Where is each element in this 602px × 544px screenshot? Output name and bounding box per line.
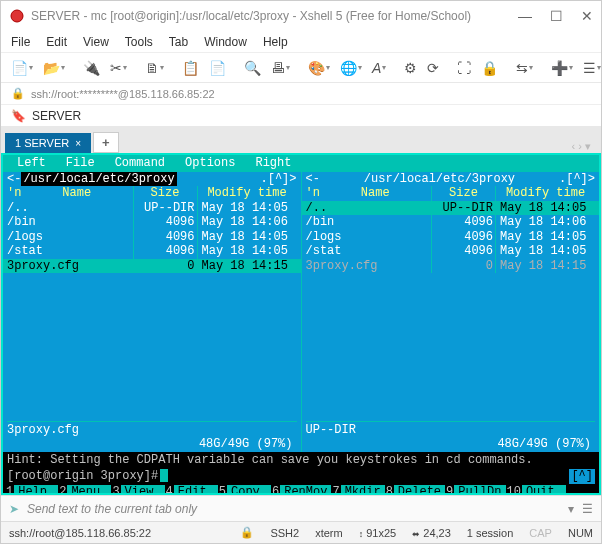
fkey-edit[interactable]: 4Edit: [165, 485, 218, 496]
terminal[interactable]: Left File Command Options Right <- /usr/…: [1, 153, 601, 495]
fkey-pulldn[interactable]: 9PullDn: [445, 485, 505, 496]
fkey-menu[interactable]: 2Menu: [58, 485, 111, 496]
close-button[interactable]: ✕: [581, 8, 593, 24]
mc-menu-file[interactable]: File: [66, 156, 95, 171]
fkey-mkdir[interactable]: 7Mkdir: [331, 485, 384, 496]
compose-input[interactable]: Send text to the current tab only: [27, 502, 568, 516]
status-connection: ssh://root@185.118.66.85:22: [9, 527, 151, 539]
search-icon[interactable]: 🔍: [240, 58, 265, 78]
session-name[interactable]: SERVER: [32, 109, 81, 123]
session-tab-label: 1 SERVER: [15, 137, 69, 149]
lock-icon[interactable]: 🔒: [477, 58, 502, 78]
minimize-button[interactable]: —: [518, 8, 532, 24]
menu-file[interactable]: File: [11, 35, 30, 49]
print-icon[interactable]: 🖶▾: [267, 58, 294, 78]
panel-right-back[interactable]: <-: [306, 172, 320, 187]
compose-dropdown-icon[interactable]: ▾: [568, 502, 574, 516]
menu-edit[interactable]: Edit: [46, 35, 67, 49]
session-tab-close[interactable]: ×: [75, 138, 81, 149]
address-text[interactable]: ssh://root:*********@185.118.66.85:22: [31, 88, 215, 100]
file-row[interactable]: 3proxy.cfg0May 18 14:15: [3, 259, 301, 274]
app-window: SERVER - mc [root@origin]:/usr/local/etc…: [0, 0, 602, 544]
send-icon[interactable]: ➤: [9, 502, 19, 516]
prompt-indicator: [^]: [569, 469, 595, 484]
file-row[interactable]: /bin4096May 18 14:06: [302, 215, 600, 230]
mc-menu-right[interactable]: Right: [255, 156, 291, 171]
panel-right-corner[interactable]: .[^]>: [559, 172, 595, 187]
file-row[interactable]: 3proxy.cfg0May 18 14:15: [302, 259, 600, 274]
connect-icon[interactable]: 🔌: [79, 58, 104, 78]
mc-hint: Hint: Setting the CDPATH variable can sa…: [3, 452, 599, 469]
col-name[interactable]: Name: [21, 186, 133, 201]
panel-left-path[interactable]: /usr/local/etc/3proxy: [21, 172, 176, 187]
menu-view[interactable]: View: [83, 35, 109, 49]
properties-icon[interactable]: 🗎▾: [141, 58, 168, 78]
mc-menu-options[interactable]: Options: [185, 156, 235, 171]
mc-prompt[interactable]: [root@origin 3proxy]# [^]: [3, 468, 599, 485]
col-mtime[interactable]: Modify time: [495, 186, 595, 201]
session-tab-1[interactable]: 1 SERVER ×: [5, 133, 91, 153]
menu-help[interactable]: Help: [263, 35, 288, 49]
open-folder-icon[interactable]: 📂▾: [39, 58, 69, 78]
globe-icon[interactable]: 🌐▾: [336, 58, 366, 78]
font-icon[interactable]: A▾: [368, 58, 390, 78]
transfer-icon[interactable]: ⇆▾: [512, 58, 537, 78]
disconnect-icon[interactable]: ✂▾: [106, 58, 131, 78]
mc-panel-right: <- /usr/local/etc/3proxy .[^]> 'n Name S…: [302, 172, 600, 452]
col-size[interactable]: Size: [431, 186, 495, 201]
file-row[interactable]: /stat4096May 18 14:05: [302, 244, 600, 259]
col-n: 'n: [306, 186, 320, 201]
fullscreen-icon[interactable]: ⛶: [453, 58, 475, 78]
file-row[interactable]: /logs4096May 18 14:05: [302, 230, 600, 245]
fkey-view[interactable]: 3View: [111, 485, 164, 496]
menu-window[interactable]: Window: [204, 35, 247, 49]
panel-right-path[interactable]: /usr/local/etc/3proxy: [320, 172, 559, 187]
address-bar: 🔒 ssh://root:*********@185.118.66.85:22: [1, 83, 601, 105]
fkey-help[interactable]: 1Help: [5, 485, 58, 496]
file-row[interactable]: /..UP--DIRMay 18 14:05: [302, 201, 600, 216]
file-row[interactable]: /stat4096May 18 14:05: [3, 244, 301, 259]
panel-left-back[interactable]: <-: [7, 172, 21, 187]
menubar: File Edit View Tools Tab Window Help: [1, 31, 601, 53]
mc-menu-left[interactable]: Left: [17, 156, 46, 171]
status-size: ↕ 91x25: [359, 527, 397, 539]
refresh-icon[interactable]: ⟳: [423, 58, 443, 78]
svg-point-0: [11, 10, 23, 22]
bookmark-icon[interactable]: 🔖: [11, 109, 26, 123]
fkey-renmov[interactable]: 6RenMov: [271, 485, 331, 496]
compose-icon[interactable]: ⚙: [400, 58, 421, 78]
new-session-icon[interactable]: 📄▾: [7, 58, 37, 78]
fkey-quit[interactable]: 10Quit: [506, 485, 566, 496]
add-icon[interactable]: ➕▾: [547, 58, 577, 78]
fkey-delete[interactable]: 8Delete: [385, 485, 445, 496]
col-mtime[interactable]: Modify time: [197, 186, 297, 201]
file-row[interactable]: /logs4096May 18 14:05: [3, 230, 301, 245]
maximize-button[interactable]: ☐: [550, 8, 563, 24]
status-ssh: SSH2: [270, 527, 299, 539]
col-name[interactable]: Name: [320, 186, 432, 201]
file-row[interactable]: /..UP--DIRMay 18 14:05: [3, 201, 301, 216]
tab-scroll-arrows[interactable]: ‹ › ▾: [566, 140, 597, 153]
file-row[interactable]: /bin4096May 18 14:06: [3, 215, 301, 230]
panel-left-corner[interactable]: .[^]>: [260, 172, 296, 187]
status-caps: CAP: [529, 527, 552, 539]
prompt-text: [root@origin 3proxy]#: [7, 469, 158, 484]
list-icon[interactable]: ☰▾: [579, 58, 602, 78]
color-icon[interactable]: 🎨▾: [304, 58, 334, 78]
status-lock-icon: 🔒: [240, 526, 254, 539]
paste-icon[interactable]: 📄: [205, 58, 230, 78]
fkey-copy[interactable]: 5Copy: [218, 485, 271, 496]
menu-tools[interactable]: Tools: [125, 35, 153, 49]
copy-icon[interactable]: 📋: [178, 58, 203, 78]
col-size[interactable]: Size: [133, 186, 197, 201]
add-session-tab[interactable]: +: [93, 132, 119, 153]
compose-list-icon[interactable]: ☰: [582, 502, 593, 516]
window-title: SERVER - mc [root@origin]:/usr/local/etc…: [31, 9, 518, 23]
mc-menubar: Left File Command Options Right: [3, 155, 599, 172]
session-tabs: 1 SERVER × + ‹ › ▾: [1, 127, 601, 153]
mc-panel-left: <- /usr/local/etc/3proxy .[^]> 'n Name S…: [3, 172, 302, 452]
menu-tab[interactable]: Tab: [169, 35, 188, 49]
panel-left-usage: 48G/49G (97%): [199, 437, 293, 452]
titlebar: SERVER - mc [root@origin]:/usr/local/etc…: [1, 1, 601, 31]
mc-menu-command[interactable]: Command: [115, 156, 165, 171]
